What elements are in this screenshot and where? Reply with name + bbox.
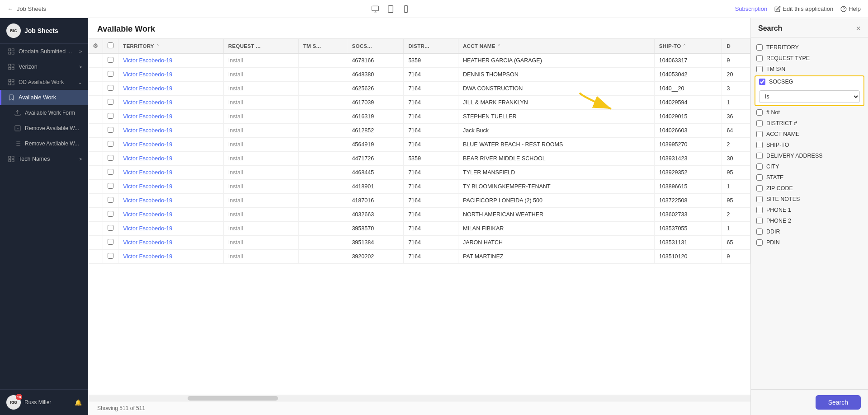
table-row[interactable]: Victor Escobedo-19 Install 4468445 7164 …: [88, 166, 750, 180]
row-checkbox-col[interactable]: [103, 222, 118, 236]
row-checkbox[interactable]: [108, 169, 113, 175]
row-district: 5359: [404, 152, 458, 166]
field-checkbox-socseg[interactable]: [759, 79, 765, 85]
row-checkbox-col[interactable]: [103, 166, 118, 180]
row-checkbox-col[interactable]: [103, 180, 118, 194]
row-checkbox-col[interactable]: [103, 82, 118, 96]
field-label-zip_code: ZIP CODE: [766, 185, 863, 191]
sidebar-item-remove-available-w2[interactable]: Remove Available W...: [0, 136, 88, 151]
row-territory: Victor Escobedo-19: [118, 96, 224, 110]
row-checkbox[interactable]: [108, 85, 113, 91]
table-row[interactable]: Victor Escobedo-19 Install 4187016 7164 …: [88, 194, 750, 208]
bell-icon[interactable]: 🔔: [75, 399, 82, 406]
row-checkbox-col[interactable]: [103, 110, 118, 124]
field-checkbox-acct_name[interactable]: [756, 131, 763, 137]
table-row[interactable]: Victor Escobedo-19 Install 3958570 7164 …: [88, 222, 750, 236]
select-all-checkbox[interactable]: [108, 42, 113, 48]
row-checkbox[interactable]: [108, 71, 113, 77]
field-checkbox-pdin[interactable]: [756, 239, 763, 246]
sidebar-item-verizon[interactable]: Verizon >: [0, 59, 88, 75]
svg-rect-10: [12, 52, 14, 54]
row-checkbox-col[interactable]: [103, 236, 118, 250]
horizontal-scrollbar[interactable]: [88, 395, 750, 401]
row-checkbox-col[interactable]: [103, 152, 118, 166]
row-checkbox-col[interactable]: [103, 208, 118, 222]
row-checkbox-col[interactable]: [103, 68, 118, 82]
row-checkbox-col[interactable]: [103, 250, 118, 264]
row-checkbox[interactable]: [108, 253, 113, 259]
help-link[interactable]: Help: [840, 5, 861, 12]
sidebar-item-available-work[interactable]: Available Work: [0, 90, 88, 105]
row-request-type: Install: [223, 53, 298, 68]
row-checkbox-col[interactable]: [103, 138, 118, 152]
field-checkbox-delivery_address[interactable]: [756, 153, 763, 159]
field-checkbox-ship_to[interactable]: [756, 142, 763, 148]
row-checkbox[interactable]: [108, 141, 113, 147]
svg-rect-7: [9, 49, 11, 51]
sidebar-item-tech-names[interactable]: Tech Names >: [0, 151, 88, 167]
scroll-thumb[interactable]: [188, 396, 278, 401]
table-row[interactable]: Victor Escobedo-19 Install 4616319 7164 …: [88, 110, 750, 124]
field-checkbox-state[interactable]: [756, 174, 763, 181]
row-checkbox[interactable]: [108, 183, 113, 189]
back-icon[interactable]: ←: [7, 5, 13, 12]
page-title: Available Work: [97, 24, 155, 34]
subscription-link[interactable]: Subscription: [735, 5, 768, 12]
row-checkbox[interactable]: [108, 197, 113, 203]
row-checkbox[interactable]: [108, 211, 113, 217]
field-select-socseg[interactable]: IsIs NotContainsStarts WithEnds With: [759, 90, 860, 103]
table-row[interactable]: Victor Escobedo-19 Install 4471726 5359 …: [88, 152, 750, 166]
top-bar: ← Job Sheets Subscription Edit this appl…: [0, 0, 868, 18]
field-checkbox-city[interactable]: [756, 163, 763, 170]
sidebar-item-available-work-form[interactable]: Available Work Form: [0, 105, 88, 121]
row-tm-sn: [298, 208, 347, 222]
row-tm-sn: [298, 138, 347, 152]
table-row[interactable]: Victor Escobedo-19 Install 4612852 7164 …: [88, 124, 750, 138]
row-checkbox-col[interactable]: [103, 53, 118, 68]
table-row[interactable]: Victor Escobedo-19 Install 4648380 7164 …: [88, 68, 750, 82]
field-checkbox-request_type[interactable]: [756, 55, 763, 61]
monitor-icon[interactable]: [371, 5, 379, 13]
row-checkbox[interactable]: [108, 99, 113, 105]
field-checkbox-is_not[interactable]: [756, 109, 763, 116]
edit-app-link[interactable]: Edit this application: [774, 5, 833, 12]
row-checkbox-col[interactable]: [103, 194, 118, 208]
field-checkbox-phone_2[interactable]: [756, 218, 763, 224]
field-checkbox-site_notes[interactable]: [756, 196, 763, 202]
settings-icon[interactable]: ⚙: [93, 42, 98, 49]
row-checkbox[interactable]: [108, 225, 113, 231]
table-row[interactable]: Victor Escobedo-19 Install 3951384 7164 …: [88, 236, 750, 250]
row-checkbox[interactable]: [108, 113, 113, 119]
row-settings-col: [88, 222, 103, 236]
search-button[interactable]: Search: [816, 395, 861, 410]
row-checkbox[interactable]: [108, 239, 113, 245]
field-checkbox-district[interactable]: [756, 120, 763, 126]
table-row[interactable]: Victor Escobedo-19 Install 4032663 7164 …: [88, 208, 750, 222]
row-checkbox-col[interactable]: [103, 96, 118, 110]
field-checkbox-ddir[interactable]: [756, 228, 763, 235]
row-acct-name: JARON HATCH: [458, 236, 655, 250]
sidebar-item-remove-available-w1[interactable]: Remove Available W...: [0, 121, 88, 136]
field-checkbox-tm_sn[interactable]: [756, 66, 763, 72]
field-checkbox-zip_code[interactable]: [756, 185, 763, 191]
table-row[interactable]: Victor Escobedo-19 Install 4564919 7164 …: [88, 138, 750, 152]
sidebar-item-od-available-work[interactable]: OD Available Work ⌄: [0, 75, 88, 90]
row-d: 64: [722, 124, 750, 138]
row-tm-sn: [298, 124, 347, 138]
sidebar-item-otodata[interactable]: Otodata Submitted ... >: [0, 44, 88, 59]
table-row[interactable]: Victor Escobedo-19 Install 4617039 7164 …: [88, 96, 750, 110]
table-row[interactable]: Victor Escobedo-19 Install 4418901 7164 …: [88, 180, 750, 194]
phone-icon[interactable]: [402, 5, 410, 13]
table-row[interactable]: Victor Escobedo-19 Install 3920202 7164 …: [88, 250, 750, 264]
row-checkbox[interactable]: [108, 155, 113, 161]
field-checkbox-territory[interactable]: [756, 44, 763, 51]
row-checkbox-col[interactable]: [103, 124, 118, 138]
tablet-icon[interactable]: [387, 5, 395, 13]
row-request-type: Install: [223, 96, 298, 110]
close-search-button[interactable]: ×: [856, 24, 861, 33]
row-checkbox[interactable]: [108, 57, 113, 63]
table-row[interactable]: Victor Escobedo-19 Install 4678166 5359 …: [88, 53, 750, 68]
table-row[interactable]: Victor Escobedo-19 Install 4625626 7164 …: [88, 82, 750, 96]
field-checkbox-phone_1[interactable]: [756, 207, 763, 213]
row-checkbox[interactable]: [108, 127, 113, 133]
